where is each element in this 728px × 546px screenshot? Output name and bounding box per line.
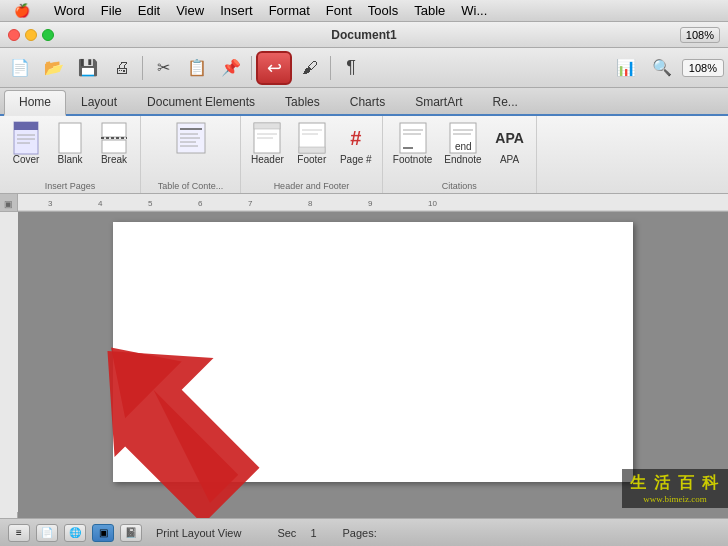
print-view-button[interactable]: ▣ [92, 524, 114, 542]
header-button[interactable]: Header [247, 120, 288, 167]
toolbar-separator-2 [251, 56, 252, 80]
svg-rect-20 [299, 147, 325, 153]
zoom-button[interactable] [42, 29, 54, 41]
citations-label: Citations [442, 179, 477, 191]
svg-rect-8 [102, 140, 126, 153]
page-number-button[interactable]: # Page # [336, 120, 376, 167]
svg-text:9: 9 [368, 199, 373, 208]
watermark-text: 生 活 百 科 [630, 473, 720, 494]
file-menu[interactable]: File [93, 1, 130, 20]
tab-home[interactable]: Home [4, 90, 66, 116]
svg-rect-6 [102, 123, 126, 137]
svg-text:5: 5 [148, 199, 153, 208]
footer-button[interactable]: Footer [292, 120, 332, 167]
toolbar-icon-1[interactable]: 📊 [610, 52, 642, 84]
apa-icon: APA [494, 122, 526, 154]
horizontal-ruler: 3 4 5 6 7 8 9 10 [18, 194, 728, 211]
document-title: Document1 [331, 28, 396, 42]
cover-button[interactable]: Cover [6, 120, 46, 167]
format-painter-button[interactable]: 🖌 [294, 52, 326, 84]
header-icon [251, 122, 283, 154]
document-page [113, 222, 633, 482]
toc-icon [175, 122, 207, 154]
view-label: Print Layout View [156, 527, 241, 539]
break-button[interactable]: Break [94, 120, 134, 167]
redo-button[interactable]: ↩ [256, 51, 292, 85]
vertical-ruler [0, 212, 18, 518]
ribbon-content: Cover Blank [0, 116, 728, 194]
toc-group: Table of Conte... [141, 116, 241, 193]
citations-group: Footnote end Endnote [383, 116, 537, 193]
apa-button[interactable]: APA APA [490, 120, 530, 167]
web-view-button[interactable]: 🌐 [64, 524, 86, 542]
insert-menu[interactable]: Insert [212, 1, 261, 20]
format-menu[interactable]: Format [261, 1, 318, 20]
tab-review[interactable]: Re... [477, 90, 532, 114]
footnote-button[interactable]: Footnote [389, 120, 436, 167]
menu-bar: 🍎 Word File Edit View Insert Format Font… [0, 0, 728, 22]
svg-text:7: 7 [248, 199, 253, 208]
cover-icon [10, 122, 42, 154]
apple-menu[interactable]: 🍎 [6, 1, 38, 20]
svg-text:8: 8 [308, 199, 313, 208]
zoom-level: 108% [680, 27, 720, 43]
cut-button[interactable]: ✂ [147, 52, 179, 84]
blank-page-button[interactable]: Blank [50, 120, 90, 167]
save-button[interactable]: 💾 [72, 52, 104, 84]
svg-rect-16 [254, 123, 280, 129]
endnote-icon: end [447, 122, 479, 154]
status-bar: ≡ 📄 🌐 ▣ 📓 Print Layout View Sec 1 Pages: [0, 518, 728, 546]
footnote-icon [397, 122, 429, 154]
print-button[interactable]: 🖨 [106, 52, 138, 84]
toolbar-icon-2[interactable]: 🔍 [646, 52, 678, 84]
word-menu[interactable]: Word [46, 1, 93, 20]
svg-rect-5 [59, 123, 81, 153]
copy-button[interactable]: 📋 [181, 52, 213, 84]
toolbar-separator [142, 56, 143, 80]
header-footer-label: Header and Footer [274, 179, 350, 191]
new-button[interactable]: 📄 [4, 52, 36, 84]
toc-label: Table of Conte... [158, 179, 224, 191]
pilcrow-button[interactable]: ¶ [335, 52, 367, 84]
tab-charts[interactable]: Charts [335, 90, 400, 114]
zoom-display[interactable]: 108% [682, 59, 724, 77]
tools-menu[interactable]: Tools [360, 1, 406, 20]
svg-text:end: end [455, 141, 472, 152]
svg-rect-42 [0, 212, 18, 512]
endnote-button[interactable]: end Endnote [440, 120, 485, 167]
svg-text:10: 10 [428, 199, 437, 208]
close-button[interactable] [8, 29, 20, 41]
minimize-button[interactable] [25, 29, 37, 41]
tab-layout[interactable]: Layout [66, 90, 132, 114]
tab-smartart[interactable]: SmartArt [400, 90, 477, 114]
toc-button[interactable] [171, 120, 211, 156]
svg-text:▣: ▣ [4, 199, 13, 209]
edit-menu[interactable]: Edit [130, 1, 168, 20]
insert-pages-group: Cover Blank [0, 116, 141, 193]
svg-rect-1 [14, 122, 38, 130]
notebook-view-button[interactable]: 📓 [120, 524, 142, 542]
header-footer-group: Header Footer [241, 116, 383, 193]
toolbar-separator-3 [330, 56, 331, 80]
title-bar: Document1 108% [0, 22, 728, 48]
window-menu[interactable]: Wi... [453, 1, 495, 20]
svg-rect-32 [18, 194, 728, 211]
open-button[interactable]: 📂 [38, 52, 70, 84]
table-menu[interactable]: Table [406, 1, 453, 20]
font-menu[interactable]: Font [318, 1, 360, 20]
watermark-url: www.bimeiz.com [630, 494, 720, 504]
paste-button[interactable]: 📌 [215, 52, 247, 84]
ruler-corner: ▣ [0, 194, 18, 211]
tab-tables[interactable]: Tables [270, 90, 335, 114]
traffic-lights [8, 29, 54, 41]
app-window: 🍎 Word File Edit View Insert Format Font… [0, 0, 728, 546]
view-menu[interactable]: View [168, 1, 212, 20]
outline-view-button[interactable]: ≡ [8, 524, 30, 542]
sec-label: Sec [277, 527, 296, 539]
blank-icon [54, 122, 86, 154]
svg-text:4: 4 [98, 199, 103, 208]
draft-view-button[interactable]: 📄 [36, 524, 58, 542]
tab-document-elements[interactable]: Document Elements [132, 90, 270, 114]
sec-value: 1 [310, 527, 316, 539]
page-number-icon: # [340, 122, 372, 154]
